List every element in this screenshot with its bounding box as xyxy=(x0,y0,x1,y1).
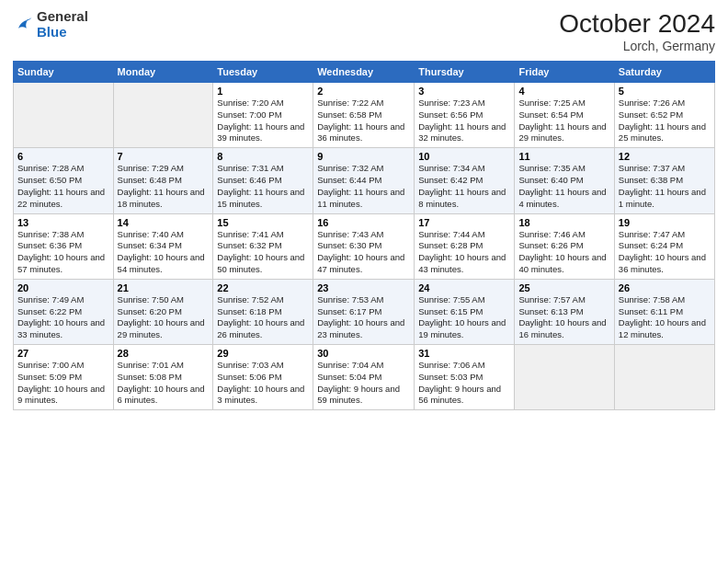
calendar-cell xyxy=(113,83,213,148)
day-number: 30 xyxy=(317,348,410,359)
calendar-cell: 13Sunrise: 7:38 AM Sunset: 6:36 PM Dayli… xyxy=(14,213,114,279)
header-saturday: Saturday xyxy=(614,62,714,83)
day-info: Sunrise: 7:31 AM Sunset: 6:46 PM Dayligh… xyxy=(217,163,309,210)
calendar-cell: 20Sunrise: 7:49 AM Sunset: 6:22 PM Dayli… xyxy=(14,279,114,344)
location: Lorch, Germany xyxy=(559,39,715,53)
day-number: 8 xyxy=(217,151,309,162)
calendar-cell: 23Sunrise: 7:53 AM Sunset: 6:17 PM Dayli… xyxy=(313,279,415,344)
day-info: Sunrise: 7:43 AM Sunset: 6:30 PM Dayligh… xyxy=(317,229,410,276)
day-info: Sunrise: 7:38 AM Sunset: 6:36 PM Dayligh… xyxy=(17,229,109,276)
day-number: 16 xyxy=(317,217,410,228)
calendar-cell: 28Sunrise: 7:01 AM Sunset: 5:08 PM Dayli… xyxy=(113,345,213,410)
day-number: 28 xyxy=(118,348,210,359)
day-number: 10 xyxy=(418,151,510,162)
calendar-week-row: 6Sunrise: 7:28 AM Sunset: 6:50 PM Daylig… xyxy=(14,148,715,213)
day-number: 27 xyxy=(17,348,109,359)
logo-blue: Blue xyxy=(37,25,88,40)
header-friday: Friday xyxy=(515,62,614,83)
day-info: Sunrise: 7:37 AM Sunset: 6:38 PM Dayligh… xyxy=(619,163,711,210)
calendar-cell xyxy=(515,345,614,410)
calendar-cell: 1Sunrise: 7:20 AM Sunset: 7:00 PM Daylig… xyxy=(213,83,313,148)
day-number: 29 xyxy=(217,348,309,359)
day-number: 3 xyxy=(418,86,510,97)
day-number: 20 xyxy=(17,282,109,293)
day-number: 31 xyxy=(418,348,510,359)
day-info: Sunrise: 7:00 AM Sunset: 5:09 PM Dayligh… xyxy=(17,360,109,407)
day-number: 25 xyxy=(518,282,609,293)
calendar-header-row: Sunday Monday Tuesday Wednesday Thursday… xyxy=(14,62,715,83)
day-number: 13 xyxy=(17,217,109,228)
calendar-cell: 9Sunrise: 7:32 AM Sunset: 6:44 PM Daylig… xyxy=(313,148,415,213)
day-info: Sunrise: 7:40 AM Sunset: 6:34 PM Dayligh… xyxy=(118,229,210,276)
day-number: 19 xyxy=(619,217,711,228)
calendar-cell: 2Sunrise: 7:22 AM Sunset: 6:58 PM Daylig… xyxy=(313,83,415,148)
day-info: Sunrise: 7:35 AM Sunset: 6:40 PM Dayligh… xyxy=(518,163,609,210)
calendar-cell: 31Sunrise: 7:06 AM Sunset: 5:03 PM Dayli… xyxy=(415,345,515,410)
header-monday: Monday xyxy=(113,62,213,83)
day-info: Sunrise: 7:04 AM Sunset: 5:04 PM Dayligh… xyxy=(317,360,410,407)
day-info: Sunrise: 7:57 AM Sunset: 6:13 PM Dayligh… xyxy=(518,294,609,341)
day-info: Sunrise: 7:01 AM Sunset: 5:08 PM Dayligh… xyxy=(118,360,210,407)
day-number: 26 xyxy=(619,282,711,293)
calendar-cell: 5Sunrise: 7:26 AM Sunset: 6:52 PM Daylig… xyxy=(614,83,714,148)
day-number: 7 xyxy=(118,151,210,162)
calendar-cell: 18Sunrise: 7:46 AM Sunset: 6:26 PM Dayli… xyxy=(515,213,614,279)
day-info: Sunrise: 7:58 AM Sunset: 6:11 PM Dayligh… xyxy=(619,294,711,341)
calendar-page: General Blue October 2024 Lorch, Germany… xyxy=(0,0,728,563)
calendar-cell: 10Sunrise: 7:34 AM Sunset: 6:42 PM Dayli… xyxy=(415,148,515,213)
header-sunday: Sunday xyxy=(14,62,114,83)
day-number: 15 xyxy=(217,217,309,228)
calendar-cell: 14Sunrise: 7:40 AM Sunset: 6:34 PM Dayli… xyxy=(113,213,213,279)
day-info: Sunrise: 7:44 AM Sunset: 6:28 PM Dayligh… xyxy=(418,229,510,276)
day-info: Sunrise: 7:03 AM Sunset: 5:06 PM Dayligh… xyxy=(217,360,309,407)
calendar-cell: 7Sunrise: 7:29 AM Sunset: 6:48 PM Daylig… xyxy=(113,148,213,213)
header-thursday: Thursday xyxy=(415,62,515,83)
logo-bird-icon xyxy=(13,15,33,35)
day-number: 11 xyxy=(518,151,609,162)
day-info: Sunrise: 7:26 AM Sunset: 6:52 PM Dayligh… xyxy=(619,98,711,144)
day-number: 2 xyxy=(317,86,410,97)
calendar-cell: 12Sunrise: 7:37 AM Sunset: 6:38 PM Dayli… xyxy=(614,148,714,213)
calendar-cell: 29Sunrise: 7:03 AM Sunset: 5:06 PM Dayli… xyxy=(213,345,313,410)
calendar-cell: 8Sunrise: 7:31 AM Sunset: 6:46 PM Daylig… xyxy=(213,148,313,213)
day-info: Sunrise: 7:55 AM Sunset: 6:15 PM Dayligh… xyxy=(418,294,510,341)
calendar-cell xyxy=(14,83,114,148)
day-info: Sunrise: 7:34 AM Sunset: 6:42 PM Dayligh… xyxy=(418,163,510,210)
calendar-table: Sunday Monday Tuesday Wednesday Thursday… xyxy=(13,61,715,410)
day-number: 12 xyxy=(619,151,711,162)
day-info: Sunrise: 7:29 AM Sunset: 6:48 PM Dayligh… xyxy=(118,163,210,210)
day-info: Sunrise: 7:47 AM Sunset: 6:24 PM Dayligh… xyxy=(619,229,711,276)
calendar-cell: 25Sunrise: 7:57 AM Sunset: 6:13 PM Dayli… xyxy=(515,279,614,344)
day-number: 18 xyxy=(518,217,609,228)
day-info: Sunrise: 7:41 AM Sunset: 6:32 PM Dayligh… xyxy=(217,229,309,276)
calendar-cell: 19Sunrise: 7:47 AM Sunset: 6:24 PM Dayli… xyxy=(614,213,714,279)
calendar-cell: 21Sunrise: 7:50 AM Sunset: 6:20 PM Dayli… xyxy=(113,279,213,344)
calendar-cell: 6Sunrise: 7:28 AM Sunset: 6:50 PM Daylig… xyxy=(14,148,114,213)
calendar-week-row: 13Sunrise: 7:38 AM Sunset: 6:36 PM Dayli… xyxy=(14,213,715,279)
calendar-cell: 27Sunrise: 7:00 AM Sunset: 5:09 PM Dayli… xyxy=(14,345,114,410)
calendar-cell xyxy=(614,345,714,410)
logo-general: General xyxy=(37,9,88,25)
day-number: 17 xyxy=(418,217,510,228)
day-info: Sunrise: 7:28 AM Sunset: 6:50 PM Dayligh… xyxy=(17,163,109,210)
calendar-cell: 22Sunrise: 7:52 AM Sunset: 6:18 PM Dayli… xyxy=(213,279,313,344)
day-number: 1 xyxy=(217,86,309,97)
title-block: October 2024 Lorch, Germany xyxy=(559,9,715,53)
header-wednesday: Wednesday xyxy=(313,62,415,83)
day-info: Sunrise: 7:49 AM Sunset: 6:22 PM Dayligh… xyxy=(17,294,109,341)
calendar-cell: 24Sunrise: 7:55 AM Sunset: 6:15 PM Dayli… xyxy=(415,279,515,344)
month-title: October 2024 xyxy=(559,9,715,39)
calendar-week-row: 27Sunrise: 7:00 AM Sunset: 5:09 PM Dayli… xyxy=(14,345,715,410)
day-number: 5 xyxy=(619,86,711,97)
day-number: 6 xyxy=(17,151,109,162)
calendar-cell: 3Sunrise: 7:23 AM Sunset: 6:56 PM Daylig… xyxy=(415,83,515,148)
day-number: 23 xyxy=(317,282,410,293)
calendar-cell: 11Sunrise: 7:35 AM Sunset: 6:40 PM Dayli… xyxy=(515,148,614,213)
day-info: Sunrise: 7:46 AM Sunset: 6:26 PM Dayligh… xyxy=(518,229,609,276)
day-number: 4 xyxy=(518,86,609,97)
day-info: Sunrise: 7:20 AM Sunset: 7:00 PM Dayligh… xyxy=(217,98,309,144)
logo: General Blue xyxy=(13,9,88,40)
day-info: Sunrise: 7:25 AM Sunset: 6:54 PM Dayligh… xyxy=(518,98,609,144)
day-info: Sunrise: 7:23 AM Sunset: 6:56 PM Dayligh… xyxy=(418,98,510,144)
day-info: Sunrise: 7:52 AM Sunset: 6:18 PM Dayligh… xyxy=(217,294,309,341)
